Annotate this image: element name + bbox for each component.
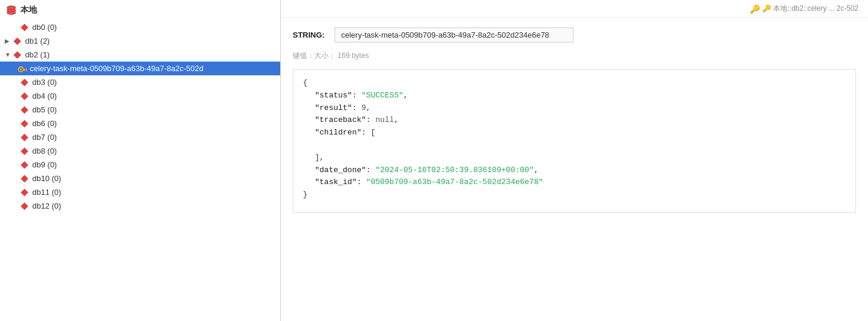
svg-point-9 <box>20 68 22 70</box>
arrow-db1: ▶ <box>5 38 12 44</box>
svg-marker-22 <box>21 203 28 210</box>
svg-marker-17 <box>21 134 28 141</box>
arrow-db6 <box>12 120 19 127</box>
db3-label: db3 (0) <box>32 78 57 87</box>
json-task-id-line: "task_id": "0509b709-a63b-49a7-8a2c-502d… <box>315 176 846 189</box>
arrow-db12 <box>12 203 19 209</box>
svg-marker-7 <box>14 51 21 59</box>
svg-marker-15 <box>21 106 28 114</box>
diamond-icon-db3 <box>20 78 29 87</box>
svg-point-4 <box>7 11 16 14</box>
diamond-icon-db0 <box>20 23 29 32</box>
arrow-db9 <box>12 161 19 168</box>
svg-marker-14 <box>21 93 28 100</box>
sidebar-item-db1[interactable]: ▶ db1 (2) <box>0 34 280 48</box>
db2-label: db2 (1) <box>25 50 50 59</box>
svg-rect-12 <box>24 69 26 71</box>
sidebar-item-db11[interactable]: db11 (0) <box>0 185 280 199</box>
json-viewer[interactable]: { "status": "SUCCESS", "result": 9, "tra… <box>293 69 856 213</box>
db1-label: db1 (2) <box>25 36 50 45</box>
diamond-icon-db9 <box>20 161 29 169</box>
main-panel: 🔑 🔑 本地::db2::celery ... 2c-502 STRING: c… <box>281 0 868 321</box>
arrow-db11 <box>12 189 19 195</box>
svg-marker-21 <box>21 189 28 196</box>
sidebar-item-db4[interactable]: db4 (0) <box>0 89 280 103</box>
json-traceback-line: "traceback": null, <box>315 114 846 127</box>
svg-marker-18 <box>21 148 28 155</box>
svg-rect-10 <box>23 69 27 70</box>
arrow-db7 <box>12 134 19 140</box>
string-type-label: STRING: <box>293 30 329 39</box>
svg-marker-19 <box>21 161 28 169</box>
diamond-icon-db12 <box>20 202 29 210</box>
diamond-icon-db1 <box>13 37 22 45</box>
sidebar-item-db10[interactable]: db10 (0) <box>0 172 280 185</box>
size-prefix: 键值：大小： <box>293 51 336 60</box>
sidebar-item-db0[interactable]: db0 (0) <box>0 20 280 34</box>
svg-marker-20 <box>21 175 28 182</box>
db4-label: db4 (0) <box>32 91 57 100</box>
key-size-row: 键值：大小： 169 bytes <box>293 51 856 61</box>
db11-label: db11 (0) <box>32 188 61 197</box>
size-value: 169 bytes <box>338 51 369 60</box>
db6-label: db6 (0) <box>32 119 57 128</box>
key-topbar-icon: 🔑 <box>750 4 760 14</box>
db10-label: db10 (0) <box>32 174 61 183</box>
diamond-icon-db5 <box>20 106 29 114</box>
diamond-icon-db8 <box>20 147 29 155</box>
key-icon <box>18 65 27 73</box>
string-key-value[interactable]: celery-task-meta-0509b709-a63b-49a7-8a2c… <box>335 27 573 42</box>
sidebar-item-db2[interactable]: ▼ db2 (1) <box>0 48 280 62</box>
json-children-line: "children": [ <box>315 127 846 139</box>
db12-label: db12 (0) <box>32 201 61 210</box>
root-label: 本地 <box>20 5 37 16</box>
json-date-done-line: "date_done": "2024-05-16T02:50:39.836109… <box>315 164 846 177</box>
arrow-db0 <box>12 24 19 30</box>
diamond-icon-db4 <box>20 92 29 100</box>
svg-marker-13 <box>21 79 28 86</box>
db0-label: db0 (0) <box>32 23 57 32</box>
sidebar-root[interactable]: 本地 <box>0 0 280 20</box>
sidebar-item-db5[interactable]: db5 (0) <box>0 103 280 117</box>
json-result-line: "result": 9, <box>315 102 846 115</box>
svg-rect-11 <box>26 69 27 71</box>
sidebar-item-db12[interactable]: db12 (0) <box>0 199 280 213</box>
svg-marker-5 <box>21 24 28 31</box>
diamond-icon-db7 <box>20 133 29 142</box>
connection-info: 🔑 🔑 本地::db2::celery ... 2c-502 <box>750 4 858 14</box>
top-bar: 🔑 🔑 本地::db2::celery ... 2c-502 <box>281 0 868 18</box>
diamond-icon-db11 <box>20 188 29 197</box>
sidebar-item-db3[interactable]: db3 (0) <box>0 75 280 89</box>
arrow-db4 <box>12 93 19 99</box>
json-children-close: ], <box>315 152 846 164</box>
json-status-line: "status": "SUCCESS", <box>315 90 846 102</box>
db8-label: db8 (0) <box>32 146 57 155</box>
content-area: STRING: celery-task-meta-0509b709-a63b-4… <box>281 18 868 321</box>
json-open-brace: { <box>303 77 846 90</box>
db5-label: db5 (0) <box>32 105 57 114</box>
arrow-db3 <box>12 79 19 85</box>
diamond-icon-db6 <box>20 120 29 128</box>
arrow-db8 <box>12 148 19 154</box>
json-children-empty <box>315 139 846 152</box>
sidebar: 本地 db0 (0) ▶ db1 (2) ▼ db2 (1) <box>0 0 281 321</box>
sidebar-item-db6[interactable]: db6 (0) <box>0 117 280 130</box>
sidebar-item-db7[interactable]: db7 (0) <box>0 130 280 144</box>
diamond-icon-db2 <box>13 51 22 59</box>
arrow-db5 <box>12 106 19 113</box>
database-icon <box>6 5 17 16</box>
svg-marker-6 <box>14 38 21 45</box>
json-close-brace: } <box>303 189 846 201</box>
sidebar-item-db9[interactable]: db9 (0) <box>0 158 280 172</box>
svg-marker-16 <box>21 120 28 127</box>
db7-label: db7 (0) <box>32 133 57 142</box>
arrow-db2: ▼ <box>5 51 12 58</box>
diamond-icon-db10 <box>20 175 29 183</box>
db9-label: db9 (0) <box>32 160 57 169</box>
celery-key-label: celery-task-meta-0509b709-a63b-49a7-8a2c… <box>30 64 204 73</box>
string-row: STRING: celery-task-meta-0509b709-a63b-4… <box>293 27 856 42</box>
arrow-db10 <box>12 175 19 182</box>
sidebar-item-db8[interactable]: db8 (0) <box>0 144 280 158</box>
sidebar-item-celery-key[interactable]: celery-task-meta-0509b709-a63b-49a7-8a2c… <box>0 62 280 75</box>
connection-label: 🔑 本地::db2::celery ... 2c-502 <box>762 4 858 14</box>
